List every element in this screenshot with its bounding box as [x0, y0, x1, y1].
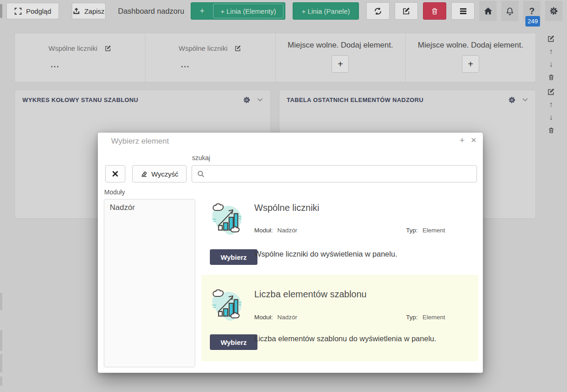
gear-icon: [549, 6, 558, 16]
modules-label: Moduły: [104, 188, 125, 196]
refresh-button[interactable]: [366, 2, 390, 20]
row2-edit-icon[interactable]: [546, 88, 556, 96]
menu-button[interactable]: [451, 2, 475, 20]
dashboard-title: Dashboard nadzoru: [118, 0, 184, 22]
upload-icon: [73, 7, 80, 15]
left-edge-marker: [0, 293, 2, 310]
add-line-panels-button[interactable]: + Linia (Panele): [293, 2, 359, 20]
panel-collapse-chevron-icon[interactable]: [257, 98, 263, 102]
select-element-button[interactable]: Wybierz: [210, 249, 257, 265]
question-icon: ?: [529, 6, 535, 16]
empty-slot-cell-1: Miejsce wolne. Dodaj element. +: [276, 33, 406, 82]
element-loading-dots: ...: [181, 61, 190, 69]
search-box: [192, 165, 477, 183]
save-button[interactable]: Zapisz: [72, 3, 106, 19]
module-value: Nadzór: [278, 227, 298, 234]
add-line-elements-quick-button[interactable]: +: [191, 3, 213, 19]
chart-cloud-icon: [209, 200, 244, 239]
panel-settings-icon[interactable]: [508, 96, 516, 104]
save-label: Zapisz: [84, 7, 104, 15]
clear-search-label: Wyczyść: [151, 170, 178, 178]
panel-title: WYKRES KOŁOWY STANU SZABLONU: [22, 97, 138, 103]
module-label: Moduł:: [254, 314, 273, 321]
element-title: Wspólne liczniki: [48, 44, 97, 52]
result-description: Wspólne liczniki do wyświetlenia w panel…: [254, 250, 397, 258]
edit-element-icon[interactable]: [235, 45, 241, 52]
dialog-close-icon[interactable]: ×: [471, 134, 476, 145]
module-list-item-nadzor[interactable]: Nadzór: [104, 199, 195, 216]
row2-move-down-icon[interactable]: ↓: [546, 113, 556, 122]
search-input[interactable]: [208, 166, 474, 182]
help-count-badge: 249: [525, 16, 540, 27]
preview-button[interactable]: Podgląd: [6, 3, 59, 19]
type-value: Element: [423, 314, 445, 321]
edit-icon: [402, 7, 411, 15]
trash-icon: [431, 7, 439, 15]
x-icon: [112, 171, 118, 177]
result-item-wspolne-liczniki: Wspólne liczniki Moduł:Nadzór Typ: Eleme…: [201, 199, 478, 267]
left-edge-marker: [0, 376, 2, 386]
add-element-button[interactable]: +: [462, 55, 479, 73]
reset-filter-button[interactable]: [105, 165, 125, 183]
empty-slot-cell-2: Miejsce wolne. Dodaj element. +: [406, 33, 535, 82]
edit-dashboard-button[interactable]: [395, 2, 418, 20]
search-icon: [197, 170, 205, 178]
dialog-title: Wybierz element: [111, 137, 169, 146]
select-element-button[interactable]: Wybierz: [210, 334, 257, 350]
empty-slot-label: Miejsce wolne. Dodaj element.: [276, 41, 406, 50]
row1-edit-icon[interactable]: [546, 35, 556, 43]
panel-header: WYKRES KOŁOWY STANU SZABLONU: [15, 90, 270, 109]
preview-frame-icon: [14, 7, 22, 15]
home-button[interactable]: [479, 1, 497, 21]
type-label: Typ:: [406, 227, 418, 234]
panel-collapse-chevron-icon[interactable]: [522, 98, 528, 102]
hamburger-icon: [459, 7, 467, 15]
settings-button[interactable]: [545, 1, 562, 21]
row1-move-up-icon[interactable]: ↑: [546, 47, 556, 56]
home-icon: [484, 7, 492, 15]
left-edge-marker: [0, 330, 2, 351]
result-item-liczba-elementow-szablonu: Liczba elementów szablonu Moduł:Nadzór T…: [201, 275, 478, 361]
panel-header: TABELA OSTATNICH ELEMENTÓW NADZORU: [279, 90, 535, 109]
empty-slot-label: Miejsce wolne. Dodaj element.: [406, 41, 535, 50]
row2-move-up-icon[interactable]: ↑: [546, 100, 556, 109]
add-line-elements-split-button: + + Linia (Elementy): [191, 2, 285, 20]
element-results-list: Wspólne liczniki Moduł:Nadzór Typ: Eleme…: [201, 199, 478, 361]
dialog-expand-icon[interactable]: +: [460, 135, 465, 145]
edit-element-icon[interactable]: [105, 45, 112, 52]
element-cell-wspolne-liczniki-1: Wspólne liczniki ...: [15, 33, 145, 82]
element-title: Wspólne liczniki: [179, 44, 228, 52]
clear-search-button[interactable]: Wyczyść: [132, 165, 187, 183]
panel-settings-icon[interactable]: [243, 96, 251, 104]
result-title: Liczba elementów szablonu: [254, 289, 367, 300]
add-line-elements-button[interactable]: + Linia (Elementy): [213, 4, 284, 18]
dashboard-page: Podgląd Zapisz Dashboard nadzoru + + Lin…: [0, 0, 567, 392]
row1-delete-icon[interactable]: [546, 74, 556, 81]
panel-title: TABELA OSTATNICH ELEMENTÓW NADZORU: [287, 97, 423, 103]
module-label: Moduł:: [254, 227, 273, 234]
result-description: Liczba elementów szablonu do wyświetleni…: [254, 334, 436, 343]
left-edge-strip: [0, 4, 2, 18]
notifications-button[interactable]: [501, 1, 519, 21]
row1-move-down-icon[interactable]: ↓: [546, 60, 556, 69]
modules-listbox: Nadzór: [104, 199, 195, 367]
add-element-button[interactable]: +: [332, 55, 349, 73]
result-title: Wspólne liczniki: [254, 203, 319, 213]
delete-dashboard-button[interactable]: [423, 2, 446, 20]
module-value: Nadzór: [278, 314, 298, 321]
element-cell-wspolne-liczniki-2: Wspólne liczniki ...: [145, 33, 276, 82]
elements-row: Wspólne liczniki ... Wspólne liczniki ..…: [15, 33, 536, 82]
preview-label: Podgląd: [26, 7, 51, 15]
search-label: szukaj: [192, 154, 210, 161]
eraser-icon: [140, 170, 148, 177]
left-edge-marker: [0, 354, 2, 372]
chart-cloud-icon: [209, 286, 244, 325]
type-value: Element: [423, 227, 445, 234]
result-meta: Moduł:Nadzór Typ: Element: [254, 314, 478, 321]
top-toolbar: Podgląd Zapisz Dashboard nadzoru + + Lin…: [0, 0, 567, 22]
bell-icon: [506, 7, 514, 16]
result-meta: Moduł:Nadzór Typ: Element: [254, 227, 478, 234]
type-label: Typ:: [406, 314, 418, 321]
row2-delete-icon[interactable]: [546, 127, 556, 134]
element-loading-dots: ...: [51, 61, 59, 69]
